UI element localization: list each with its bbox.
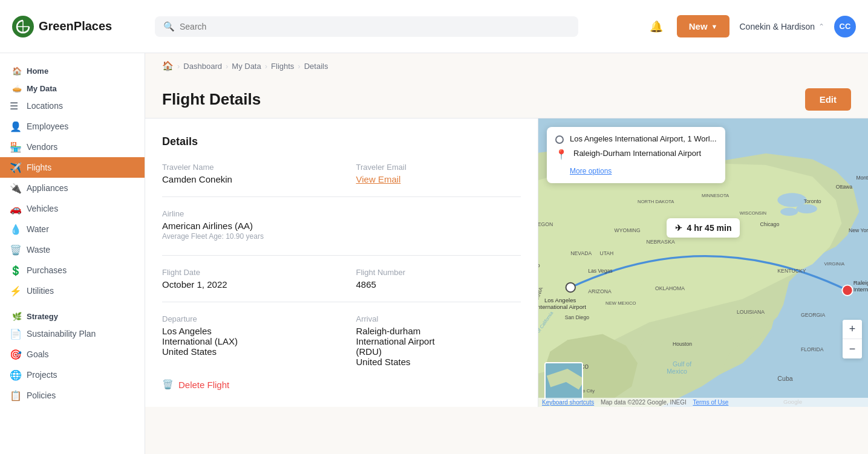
flight-number-field: Flight Number 4865 (356, 268, 521, 290)
svg-text:Las Vegas: Las Vegas (588, 268, 613, 274)
popup-dest-row: 📍 Raleigh-Durham International Airport (555, 149, 717, 160)
zoom-out-button[interactable]: − (843, 339, 862, 358)
sidebar-item-policies[interactable]: 📋 Policies (0, 385, 145, 406)
waste-icon: 🗑️ (10, 244, 22, 256)
strategy-icon: 🌿 (12, 312, 22, 321)
new-button[interactable]: New ▼ (677, 15, 730, 37)
popup-origin-row: Los Angeles International Airport, 1 Wor… (555, 134, 717, 144)
flight-date-field: Flight Date October 1, 2022 (162, 268, 327, 290)
home-icon: 🏠 (12, 66, 22, 76)
departure-arrival-row: Departure Los Angeles International (LAX… (162, 314, 521, 367)
map-footer: Keyboard shortcuts Map data ©2022 Google… (538, 398, 868, 407)
main-layout: 🏠 Home 🥧 My Data ☰ Locations 👤 Employees… (0, 53, 868, 454)
sidebar-item-waste[interactable]: 🗑️ Waste (0, 239, 145, 260)
svg-text:San Diego: San Diego (565, 314, 590, 320)
sidebar-item-projects[interactable]: 🌐 Projects (0, 365, 145, 385)
departure-value: Los Angeles International (LAX) United S… (162, 326, 327, 357)
traveler-name-label: Traveler Name (162, 163, 327, 172)
sidebar-item-utilities[interactable]: ⚡ Utilities (0, 281, 145, 301)
divider-3 (162, 302, 521, 302)
trash-icon: 🗑️ (162, 379, 174, 390)
sidebar-item-vehicles[interactable]: 🚗 Vehicles (0, 198, 145, 219)
search-input[interactable] (180, 22, 570, 31)
breadcrumb: 🏠 › Dashboard › My Data › Flights › Deta… (145, 53, 868, 79)
breadcrumb-my-data[interactable]: My Data (232, 62, 261, 71)
traveler-email-link[interactable]: View Email (356, 174, 521, 184)
svg-text:Ottawa: Ottawa (836, 184, 853, 190)
svg-point-5 (566, 283, 575, 292)
sidebar-item-water[interactable]: 💧 Water (0, 219, 145, 239)
svg-text:ARIZONA: ARIZONA (588, 288, 612, 294)
delete-flight-button[interactable]: 🗑️ Delete Flight (162, 379, 229, 390)
duration-text: 4 hr 45 min (687, 223, 732, 233)
zoom-in-button[interactable]: + (843, 320, 862, 339)
svg-point-6 (842, 285, 852, 296)
divider-1 (162, 196, 521, 197)
notification-bell[interactable]: 🔔 (645, 16, 667, 37)
edit-button[interactable]: Edit (805, 88, 851, 111)
svg-text:NEVADA: NEVADA (570, 250, 592, 256)
map-popup: Los Angeles International Airport, 1 Wor… (547, 127, 725, 183)
svg-text:OREGON: OREGON (538, 221, 553, 227)
breadcrumb-details: Details (304, 62, 328, 71)
popup-origin-text: Los Angeles International Airport, 1 Wor… (570, 134, 717, 143)
sidebar-item-locations[interactable]: ☰ Locations (0, 96, 145, 116)
popup-dest-text: Raleigh-Durham International Airport (573, 149, 701, 158)
breadcrumb-flights[interactable]: Flights (271, 62, 294, 71)
airline-value: American Airlines (AA) (162, 221, 521, 231)
svg-text:OKLAHOMA: OKLAHOMA (655, 285, 685, 291)
destination-pin-icon: 📍 (555, 149, 567, 160)
sidebar-item-purchases[interactable]: 💲 Purchases (0, 260, 145, 281)
page-header: Flight Details Edit (145, 79, 868, 118)
org-selector[interactable]: Conekin & Hardison ⌃ (739, 22, 824, 31)
svg-text:New York: New York (849, 227, 868, 233)
svg-text:Los Angeles: Los Angeles (544, 297, 576, 303)
sidebar-item-appliances[interactable]: 🔌 Appliances (0, 178, 145, 198)
vehicles-icon: 🚗 (10, 203, 22, 215)
svg-text:Mexico: Mexico (667, 368, 687, 375)
sidebar-item-vendors[interactable]: 🏪 Vendors (0, 137, 145, 157)
plane-icon: ✈ (675, 223, 682, 233)
svg-text:NEBRASKA: NEBRASKA (647, 239, 675, 245)
sidebar-item-sustainability-plan[interactable]: 📄 Sustainability Plan (0, 323, 145, 344)
svg-text:Chicago: Chicago (760, 221, 779, 227)
svg-text:VIRGINIA: VIRGINIA (824, 261, 845, 267)
keyboard-shortcuts-link[interactable]: Keyboard shortcuts (542, 399, 594, 406)
airline-sub: Average Fleet Age: 10.90 years (162, 232, 521, 241)
breadcrumb-dashboard[interactable]: Dashboard (183, 62, 222, 71)
avatar[interactable]: CC (834, 16, 856, 37)
airline-group: Airline American Airlines (AA) Average F… (162, 209, 521, 241)
svg-text:Houston: Houston (673, 341, 692, 347)
search-bar[interactable]: 🔍 (155, 16, 578, 37)
more-options-link[interactable]: More options (570, 167, 612, 175)
sidebar-item-home[interactable]: 🏠 Home (0, 60, 145, 78)
sidebar-item-goals[interactable]: 🎯 Goals (0, 344, 145, 365)
sidebar-item-employees[interactable]: 👤 Employees (0, 116, 145, 137)
details-section: Details Traveler Name Camden Conekin Tra… (145, 118, 868, 407)
appliances-icon: 🔌 (10, 183, 22, 194)
svg-point-3 (796, 204, 817, 213)
arrival-value: Raleigh-durham International Airport (RD… (356, 326, 521, 367)
origin-dot-icon (555, 135, 564, 144)
svg-point-4 (780, 207, 798, 215)
locations-icon: ☰ (10, 100, 18, 112)
org-chevron-icon: ⌃ (818, 22, 824, 31)
purchases-icon: 💲 (10, 265, 22, 276)
sidebar-section-strategy[interactable]: 🌿 Strategy (0, 306, 145, 323)
flights-icon: ✈️ (10, 162, 22, 173)
terms-link[interactable]: Terms of Use (693, 399, 728, 406)
svg-text:NEW MEXICO: NEW MEXICO (605, 300, 636, 306)
page-title: Flight Details (162, 90, 261, 109)
map-thumbnail (544, 362, 583, 401)
sidebar-section-my-data[interactable]: 🥧 My Data (0, 78, 145, 96)
breadcrumb-home-icon[interactable]: 🏠 (162, 60, 174, 71)
sidebar-item-flights[interactable]: ✈️ Flights (0, 157, 145, 178)
logo-area: GreenPlaces (12, 16, 145, 37)
svg-text:Toronto: Toronto (804, 198, 821, 204)
departure-field: Departure Los Angeles International (LAX… (162, 314, 327, 367)
arrival-label: Arrival (356, 314, 521, 323)
employees-icon: 👤 (10, 121, 22, 132)
svg-text:MINNESOTA: MINNESOTA (702, 193, 729, 198)
content-area: 🏠 › Dashboard › My Data › Flights › Deta… (145, 53, 868, 454)
section-heading: Details (162, 135, 521, 148)
